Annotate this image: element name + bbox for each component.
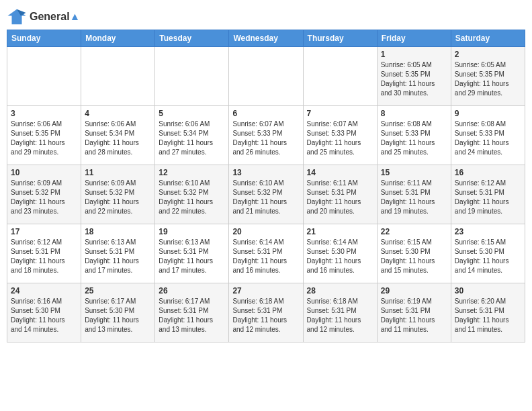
calendar-cell: 22Sunrise: 6:15 AM Sunset: 5:30 PM Dayli…: [377, 224, 451, 283]
page-header: General▲: [7, 7, 525, 27]
calendar-cell: 17Sunrise: 6:12 AM Sunset: 5:31 PM Dayli…: [7, 224, 81, 283]
day-number: 9: [455, 109, 521, 118]
day-number: 4: [85, 109, 151, 118]
day-number: 24: [11, 286, 77, 295]
logo-text: General▲: [30, 11, 80, 23]
day-info: Sunrise: 6:14 AM Sunset: 5:31 PM Dayligh…: [232, 238, 299, 275]
weekday-header-tuesday: Tuesday: [155, 30, 229, 47]
day-info: Sunrise: 6:08 AM Sunset: 5:33 PM Dayligh…: [455, 120, 521, 157]
calendar-week-row: 3Sunrise: 6:06 AM Sunset: 5:35 PM Daylig…: [7, 106, 525, 165]
day-number: 2: [455, 50, 521, 59]
day-info: Sunrise: 6:05 AM Sunset: 5:35 PM Dayligh…: [455, 60, 521, 98]
day-number: 17: [11, 227, 77, 236]
calendar-cell: 16Sunrise: 6:12 AM Sunset: 5:31 PM Dayli…: [451, 165, 525, 224]
day-info: Sunrise: 6:06 AM Sunset: 5:34 PM Dayligh…: [85, 120, 151, 157]
day-number: 3: [11, 109, 77, 118]
day-info: Sunrise: 6:17 AM Sunset: 5:31 PM Dayligh…: [159, 297, 225, 334]
calendar-cell: [229, 47, 303, 106]
calendar-cell: 12Sunrise: 6:10 AM Sunset: 5:32 PM Dayli…: [155, 165, 229, 224]
calendar-cell: 10Sunrise: 6:09 AM Sunset: 5:32 PM Dayli…: [7, 165, 81, 224]
calendar-cell: 20Sunrise: 6:14 AM Sunset: 5:31 PM Dayli…: [229, 224, 303, 283]
weekday-header-wednesday: Wednesday: [229, 30, 303, 47]
calendar-cell: 1Sunrise: 6:05 AM Sunset: 5:35 PM Daylig…: [377, 47, 451, 106]
calendar-cell: 19Sunrise: 6:13 AM Sunset: 5:31 PM Dayli…: [155, 224, 229, 283]
day-info: Sunrise: 6:20 AM Sunset: 5:31 PM Dayligh…: [455, 297, 521, 334]
calendar-cell: 29Sunrise: 6:19 AM Sunset: 5:31 PM Dayli…: [377, 283, 451, 342]
calendar-week-row: 10Sunrise: 6:09 AM Sunset: 5:32 PM Dayli…: [7, 165, 525, 224]
calendar-cell: 4Sunrise: 6:06 AM Sunset: 5:34 PM Daylig…: [81, 106, 155, 165]
day-number: 27: [232, 286, 299, 295]
weekday-header-saturday: Saturday: [451, 30, 525, 47]
weekday-header-sunday: Sunday: [7, 30, 81, 47]
calendar-cell: 8Sunrise: 6:08 AM Sunset: 5:33 PM Daylig…: [377, 106, 451, 165]
calendar-cell: 13Sunrise: 6:10 AM Sunset: 5:32 PM Dayli…: [229, 165, 303, 224]
day-info: Sunrise: 6:12 AM Sunset: 5:31 PM Dayligh…: [11, 238, 77, 275]
day-number: 14: [307, 168, 373, 177]
day-number: 25: [85, 286, 151, 295]
day-info: Sunrise: 6:07 AM Sunset: 5:33 PM Dayligh…: [307, 120, 373, 157]
calendar-cell: 9Sunrise: 6:08 AM Sunset: 5:33 PM Daylig…: [451, 106, 525, 165]
day-number: 5: [159, 109, 225, 118]
calendar-cell: 15Sunrise: 6:11 AM Sunset: 5:31 PM Dayli…: [377, 165, 451, 224]
day-number: 1: [381, 50, 447, 59]
calendar-cell: 14Sunrise: 6:11 AM Sunset: 5:31 PM Dayli…: [303, 165, 377, 224]
day-number: 15: [381, 168, 447, 177]
calendar-week-row: 1Sunrise: 6:05 AM Sunset: 5:35 PM Daylig…: [7, 47, 525, 106]
calendar-cell: 6Sunrise: 6:07 AM Sunset: 5:33 PM Daylig…: [229, 106, 303, 165]
calendar-cell: 27Sunrise: 6:18 AM Sunset: 5:31 PM Dayli…: [229, 283, 303, 342]
day-info: Sunrise: 6:10 AM Sunset: 5:32 PM Dayligh…: [159, 179, 225, 216]
day-number: 28: [307, 286, 373, 295]
svg-marker-0: [8, 9, 26, 25]
logo-icon: [7, 7, 27, 27]
day-number: 23: [455, 227, 521, 236]
day-info: Sunrise: 6:08 AM Sunset: 5:33 PM Dayligh…: [381, 120, 447, 157]
day-info: Sunrise: 6:06 AM Sunset: 5:35 PM Dayligh…: [11, 120, 77, 157]
calendar-week-row: 17Sunrise: 6:12 AM Sunset: 5:31 PM Dayli…: [7, 224, 525, 283]
day-number: 29: [381, 286, 447, 295]
logo: General▲: [7, 7, 80, 27]
calendar-cell: 3Sunrise: 6:06 AM Sunset: 5:35 PM Daylig…: [7, 106, 81, 165]
calendar-table: SundayMondayTuesdayWednesdayThursdayFrid…: [7, 30, 525, 342]
day-info: Sunrise: 6:10 AM Sunset: 5:32 PM Dayligh…: [232, 179, 299, 216]
day-info: Sunrise: 6:07 AM Sunset: 5:33 PM Dayligh…: [232, 120, 299, 157]
calendar-cell: 18Sunrise: 6:13 AM Sunset: 5:31 PM Dayli…: [81, 224, 155, 283]
day-info: Sunrise: 6:13 AM Sunset: 5:31 PM Dayligh…: [85, 238, 151, 275]
day-number: 10: [11, 168, 77, 177]
calendar-cell: 26Sunrise: 6:17 AM Sunset: 5:31 PM Dayli…: [155, 283, 229, 342]
day-info: Sunrise: 6:06 AM Sunset: 5:34 PM Dayligh…: [159, 120, 225, 157]
day-info: Sunrise: 6:16 AM Sunset: 5:30 PM Dayligh…: [11, 297, 77, 334]
calendar-cell: [155, 47, 229, 106]
day-info: Sunrise: 6:11 AM Sunset: 5:31 PM Dayligh…: [381, 179, 447, 216]
day-number: 6: [232, 109, 299, 118]
day-number: 22: [381, 227, 447, 236]
calendar-cell: 28Sunrise: 6:18 AM Sunset: 5:31 PM Dayli…: [303, 283, 377, 342]
day-info: Sunrise: 6:15 AM Sunset: 5:30 PM Dayligh…: [381, 238, 447, 275]
day-number: 20: [232, 227, 299, 236]
day-number: 16: [455, 168, 521, 177]
weekday-header-row: SundayMondayTuesdayWednesdayThursdayFrid…: [7, 30, 525, 47]
calendar-cell: 21Sunrise: 6:14 AM Sunset: 5:30 PM Dayli…: [303, 224, 377, 283]
calendar-cell: 2Sunrise: 6:05 AM Sunset: 5:35 PM Daylig…: [451, 47, 525, 106]
calendar-cell: [7, 47, 81, 106]
day-number: 12: [159, 168, 225, 177]
day-number: 11: [85, 168, 151, 177]
day-info: Sunrise: 6:13 AM Sunset: 5:31 PM Dayligh…: [159, 238, 225, 275]
day-info: Sunrise: 6:17 AM Sunset: 5:30 PM Dayligh…: [85, 297, 151, 334]
calendar-cell: 23Sunrise: 6:15 AM Sunset: 5:30 PM Dayli…: [451, 224, 525, 283]
day-info: Sunrise: 6:05 AM Sunset: 5:35 PM Dayligh…: [381, 60, 447, 98]
weekday-header-monday: Monday: [81, 30, 155, 47]
day-number: 18: [85, 227, 151, 236]
calendar-cell: [303, 47, 377, 106]
day-info: Sunrise: 6:12 AM Sunset: 5:31 PM Dayligh…: [455, 179, 521, 216]
day-info: Sunrise: 6:15 AM Sunset: 5:30 PM Dayligh…: [455, 238, 521, 275]
day-number: 7: [307, 109, 373, 118]
calendar-cell: 11Sunrise: 6:09 AM Sunset: 5:32 PM Dayli…: [81, 165, 155, 224]
calendar-cell: 30Sunrise: 6:20 AM Sunset: 5:31 PM Dayli…: [451, 283, 525, 342]
calendar-cell: 25Sunrise: 6:17 AM Sunset: 5:30 PM Dayli…: [81, 283, 155, 342]
day-info: Sunrise: 6:19 AM Sunset: 5:31 PM Dayligh…: [381, 297, 447, 334]
day-info: Sunrise: 6:09 AM Sunset: 5:32 PM Dayligh…: [85, 179, 151, 216]
day-number: 30: [455, 286, 521, 295]
day-info: Sunrise: 6:14 AM Sunset: 5:30 PM Dayligh…: [307, 238, 373, 275]
day-info: Sunrise: 6:18 AM Sunset: 5:31 PM Dayligh…: [232, 297, 299, 334]
day-number: 26: [159, 286, 225, 295]
